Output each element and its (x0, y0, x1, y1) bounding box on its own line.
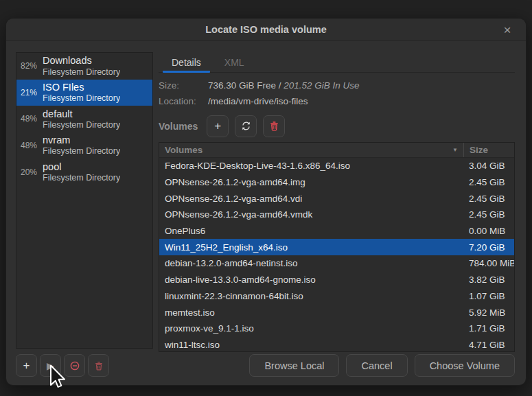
size-label: Size: (159, 79, 208, 93)
dialog-buttons: Browse Local Cancel Choose Volume (249, 354, 515, 377)
volume-row[interactable]: Fedora-KDE-Desktop-Live-43-1.6.x86_64.is… (159, 158, 514, 174)
volume-size-cell: 784.00 MiB (463, 255, 514, 272)
add-volume-button[interactable]: + (207, 115, 229, 137)
pool-details-pane: Details XML Size: 736.30 GiB Free / 201.… (159, 52, 515, 347)
volume-row[interactable]: linuxmint-22.3-cinnamon-64bit.iso1.07 Gi… (159, 288, 514, 305)
volume-row[interactable]: debian-13.2.0-amd64-netinst.iso784.00 Mi… (159, 255, 514, 272)
pool-text: defaultFilesystem Directory (43, 108, 120, 131)
pool-type: Filesystem Directory (43, 173, 120, 184)
volume-name-cell: debian-13.2.0-amd64-netinst.iso (159, 255, 463, 272)
volume-name-cell: win11-ltsc.iso (159, 337, 463, 352)
size-value: 736.30 GiB Free / 201.52 GiB In Use (208, 79, 360, 93)
volume-size-cell: 3.04 GiB (463, 158, 514, 174)
pool-list-item[interactable]: 20%poolFilesystem Directory (16, 159, 152, 185)
plus-icon: + (23, 360, 30, 371)
volumes-toolbar: Volumes + (159, 115, 515, 137)
volume-size-cell: 2.45 GiB (463, 174, 514, 191)
volume-name-cell: proxmox-ve_9.1-1.iso (159, 321, 463, 337)
volume-size-cell: 3.82 GiB (463, 272, 514, 288)
volume-table[interactable]: Volumes ▼ Size Fedora-KDE-Desktop-Live-4… (159, 142, 515, 352)
pool-type: Filesystem Directory (43, 146, 120, 157)
dialog-footer: + ▶ Browse Local Cancel Choose Volume (16, 354, 515, 377)
stop-pool-button[interactable] (64, 354, 85, 377)
add-pool-button[interactable]: + (16, 354, 37, 377)
volume-name-cell: OPNsense-26.1.2-vga-amd64.img (159, 174, 463, 191)
volume-row[interactable]: debian-live-13.3.0-amd64-gnome.iso3.82 G… (159, 272, 514, 288)
dialog-content: 82%DownloadsFilesystem Directory21%ISO F… (6, 41, 526, 347)
volume-row[interactable]: OPNsense-26.1.2-vga-amd64.vdi2.45 GiB (159, 190, 514, 207)
cancel-button[interactable]: Cancel (346, 354, 407, 377)
volume-row[interactable]: OnePlus60.00 MiB (159, 223, 514, 240)
pool-list-item[interactable]: 82%DownloadsFilesystem Directory (16, 53, 152, 80)
volume-size-cell: 2.45 GiB (463, 207, 514, 223)
volume-size-cell: 1.07 GiB (463, 288, 514, 305)
pool-usage-percent: 48% (21, 114, 43, 124)
refresh-volumes-button[interactable] (235, 115, 257, 137)
storage-pool-list[interactable]: 82%DownloadsFilesystem Directory21%ISO F… (16, 52, 153, 349)
volume-table-header[interactable]: Volumes ▼ Size (159, 143, 514, 158)
column-header-size[interactable]: Size (463, 143, 514, 157)
pool-usage-percent: 21% (21, 88, 43, 97)
trash-icon (94, 361, 104, 371)
pool-name: default (43, 108, 120, 120)
volume-table-body: Fedora-KDE-Desktop-Live-43-1.6.x86_64.is… (159, 158, 514, 352)
volume-name-cell: debian-live-13.3.0-amd64-gnome.iso (159, 272, 463, 288)
locate-iso-dialog: Locate ISO media volume × 82%DownloadsFi… (5, 18, 527, 386)
tabbar: Details XML (159, 52, 515, 73)
plus-icon: + (214, 120, 221, 132)
size-row: Size: 736.30 GiB Free / 201.52 GiB In Us… (159, 79, 515, 93)
pool-actions: + ▶ (16, 354, 109, 377)
volume-name-cell: OnePlus6 (159, 223, 463, 240)
pool-type: Filesystem Directory (43, 67, 120, 78)
volume-row[interactable]: memtest.iso5.92 MiB (159, 304, 514, 321)
pool-name: pool (43, 161, 120, 173)
dialog-title: Locate ISO media volume (205, 24, 326, 35)
delete-pool-button[interactable] (88, 354, 109, 377)
refresh-icon (241, 121, 251, 131)
pool-list-item[interactable]: 48%defaultFilesystem Directory (16, 106, 152, 132)
volume-name-cell: Win11_25H2_English_x64.iso (159, 239, 463, 255)
play-icon: ▶ (47, 361, 54, 371)
volume-row[interactable]: proxmox-ve_9.1-1.iso1.71 GiB (159, 321, 514, 337)
volume-name-cell: Fedora-KDE-Desktop-Live-43-1.6.x86_64.is… (159, 158, 463, 174)
stop-icon (69, 360, 80, 371)
pool-name: nvram (43, 134, 120, 146)
close-icon[interactable]: × (498, 21, 516, 39)
sort-descending-icon[interactable]: ▼ (452, 147, 458, 153)
volumes-heading: Volumes (159, 121, 198, 132)
volume-row[interactable]: win11-ltsc.iso4.71 GiB (159, 337, 514, 352)
volume-row[interactable]: OPNsense-26.1.2-vga-amd64.img2.45 GiB (159, 174, 514, 191)
size-in-use: 201.52 GiB In Use (284, 80, 359, 91)
volume-size-cell: 1.71 GiB (463, 321, 514, 337)
location-value: /media/vm-drive/iso-files (208, 95, 308, 108)
trash-icon (269, 121, 279, 131)
tab-details[interactable]: Details (161, 52, 211, 72)
pool-text: ISO FIlesFilesystem Directory (43, 81, 120, 104)
choose-volume-button[interactable]: Choose Volume (415, 354, 515, 377)
volume-size-cell: 7.20 GiB (463, 239, 514, 255)
volume-row[interactable]: Win11_25H2_English_x64.iso7.20 GiB (159, 239, 514, 255)
headerbar[interactable]: Locate ISO media volume × (6, 19, 526, 41)
location-row: Location: /media/vm-drive/iso-files (159, 95, 515, 108)
tab-xml[interactable]: XML (214, 52, 255, 72)
volume-size-cell: 4.71 GiB (463, 337, 514, 352)
volume-name-cell: OPNsense-26.1.2-vga-amd64.vdi (159, 190, 463, 207)
column-header-volumes[interactable]: Volumes ▼ (159, 143, 463, 157)
pool-type: Filesystem Directory (43, 93, 120, 104)
volume-name-cell: memtest.iso (159, 304, 463, 321)
pool-text: poolFilesystem Directory (43, 161, 120, 184)
start-pool-button[interactable]: ▶ (40, 354, 61, 377)
browse-local-button[interactable]: Browse Local (249, 354, 339, 377)
pool-text: nvramFilesystem Directory (43, 134, 120, 157)
volume-name-cell: linuxmint-22.3-cinnamon-64bit.iso (159, 288, 463, 305)
pool-list-item[interactable]: 48%nvramFilesystem Directory (16, 132, 152, 159)
volume-row[interactable]: OPNsense-26.1.2-vga-amd64.vmdk2.45 GiB (159, 207, 514, 223)
pool-type: Filesystem Directory (43, 120, 120, 131)
pool-list-item[interactable]: 21%ISO FIlesFilesystem Directory (16, 80, 152, 106)
volume-name-cell: OPNsense-26.1.2-vga-amd64.vmdk (159, 207, 463, 223)
pool-name: Downloads (43, 54, 120, 67)
pool-usage-percent: 48% (21, 141, 43, 150)
volume-size-cell: 0.00 MiB (463, 223, 514, 240)
volume-size-cell: 2.45 GiB (463, 190, 514, 207)
delete-volume-button[interactable] (263, 115, 285, 137)
